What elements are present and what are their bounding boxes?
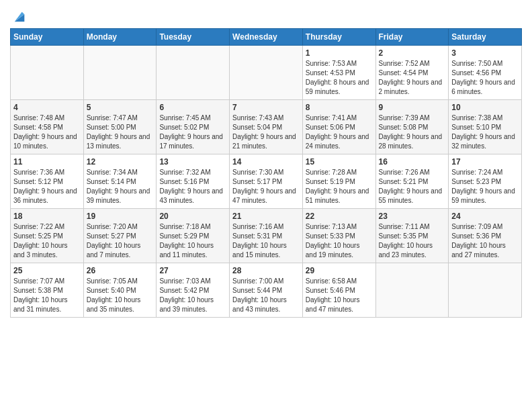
day-number: 17 [451,157,519,167]
day-info: Sunrise: 7:41 AM Sunset: 5:06 PM Dayligh… [306,113,373,151]
day-cell: 7Sunrise: 7:43 AM Sunset: 5:04 PM Daylig… [230,100,303,154]
day-cell: 29Sunrise: 6:58 AM Sunset: 5:46 PM Dayli… [302,263,375,318]
day-number: 19 [87,212,154,221]
day-cell: 2Sunrise: 7:52 AM Sunset: 4:54 PM Daylig… [375,46,449,100]
header-cell-thursday: Thursday [302,29,375,46]
day-cell: 10Sunrise: 7:38 AM Sunset: 5:10 PM Dayli… [449,100,522,154]
day-info: Sunrise: 7:43 AM Sunset: 5:04 PM Dayligh… [232,113,300,151]
week-row-1: 1Sunrise: 7:53 AM Sunset: 4:53 PM Daylig… [11,46,522,100]
day-cell: 13Sunrise: 7:32 AM Sunset: 5:16 PM Dayli… [157,154,230,209]
day-number: 10 [451,103,519,112]
day-info: Sunrise: 7:48 AM Sunset: 4:58 PM Dayligh… [13,113,81,151]
day-info: Sunrise: 7:50 AM Sunset: 4:56 PM Dayligh… [451,59,519,97]
day-cell [157,46,230,100]
header-cell-sunday: Sunday [11,29,84,46]
day-info: Sunrise: 7:34 AM Sunset: 5:14 PM Dayligh… [87,168,154,205]
day-cell: 5Sunrise: 7:47 AM Sunset: 5:00 PM Daylig… [83,100,157,154]
day-info: Sunrise: 7:13 AM Sunset: 5:33 PM Dayligh… [306,222,373,260]
day-cell: 9Sunrise: 7:39 AM Sunset: 5:08 PM Daylig… [375,100,449,154]
day-info: Sunrise: 7:45 AM Sunset: 5:02 PM Dayligh… [159,113,226,151]
day-info: Sunrise: 7:32 AM Sunset: 5:16 PM Dayligh… [159,168,226,205]
day-number: 8 [306,103,373,112]
day-number: 25 [13,266,81,275]
day-cell: 6Sunrise: 7:45 AM Sunset: 5:02 PM Daylig… [157,100,230,154]
day-info: Sunrise: 7:05 AM Sunset: 5:40 PM Dayligh… [87,277,154,314]
day-cell [449,263,522,318]
day-cell: 22Sunrise: 7:13 AM Sunset: 5:33 PM Dayli… [302,209,375,263]
day-number: 24 [451,212,519,221]
day-number: 9 [379,103,446,112]
day-number: 2 [379,48,446,58]
header [10,7,522,24]
logo [10,9,27,24]
day-cell: 28Sunrise: 7:00 AM Sunset: 5:44 PM Dayli… [230,263,303,318]
day-cell [83,46,157,100]
day-info: Sunrise: 7:00 AM Sunset: 5:44 PM Dayligh… [232,277,300,314]
day-number: 23 [379,212,446,221]
day-info: Sunrise: 7:38 AM Sunset: 5:10 PM Dayligh… [451,113,519,151]
page: SundayMondayTuesdayWednesdayThursdayFrid… [0,0,532,324]
day-cell: 26Sunrise: 7:05 AM Sunset: 5:40 PM Dayli… [83,263,157,318]
day-cell: 21Sunrise: 7:16 AM Sunset: 5:31 PM Dayli… [230,209,303,263]
header-row: SundayMondayTuesdayWednesdayThursdayFrid… [11,29,522,46]
day-info: Sunrise: 7:11 AM Sunset: 5:35 PM Dayligh… [379,222,446,260]
day-cell: 14Sunrise: 7:30 AM Sunset: 5:17 PM Dayli… [230,154,303,209]
day-info: Sunrise: 7:53 AM Sunset: 4:53 PM Dayligh… [306,59,373,97]
day-cell: 24Sunrise: 7:09 AM Sunset: 5:36 PM Dayli… [449,209,522,263]
day-number: 14 [232,157,300,167]
day-info: Sunrise: 7:24 AM Sunset: 5:23 PM Dayligh… [451,168,519,205]
calendar-body: 1Sunrise: 7:53 AM Sunset: 4:53 PM Daylig… [11,46,522,318]
day-info: Sunrise: 7:18 AM Sunset: 5:29 PM Dayligh… [159,222,226,260]
header-cell-saturday: Saturday [449,29,522,46]
day-info: Sunrise: 7:16 AM Sunset: 5:31 PM Dayligh… [232,222,300,260]
day-number: 21 [232,212,300,221]
day-cell: 11Sunrise: 7:36 AM Sunset: 5:12 PM Dayli… [11,154,84,209]
day-info: Sunrise: 7:03 AM Sunset: 5:42 PM Dayligh… [159,277,226,314]
day-cell: 8Sunrise: 7:41 AM Sunset: 5:06 PM Daylig… [302,100,375,154]
day-info: Sunrise: 7:07 AM Sunset: 5:38 PM Dayligh… [13,277,81,314]
day-number: 18 [13,212,81,221]
day-cell: 12Sunrise: 7:34 AM Sunset: 5:14 PM Dayli… [83,154,157,209]
day-number: 15 [306,157,373,167]
header-cell-wednesday: Wednesday [230,29,303,46]
week-row-2: 4Sunrise: 7:48 AM Sunset: 4:58 PM Daylig… [11,100,522,154]
day-number: 1 [306,48,373,58]
day-info: Sunrise: 7:28 AM Sunset: 5:19 PM Dayligh… [306,168,373,205]
day-info: Sunrise: 7:22 AM Sunset: 5:25 PM Dayligh… [13,222,81,260]
week-row-4: 18Sunrise: 7:22 AM Sunset: 5:25 PM Dayli… [11,209,522,263]
day-number: 28 [232,266,300,275]
day-cell: 15Sunrise: 7:28 AM Sunset: 5:19 PM Dayli… [302,154,375,209]
week-row-5: 25Sunrise: 7:07 AM Sunset: 5:38 PM Dayli… [11,263,522,318]
week-row-3: 11Sunrise: 7:36 AM Sunset: 5:12 PM Dayli… [11,154,522,209]
day-info: Sunrise: 7:26 AM Sunset: 5:21 PM Dayligh… [379,168,446,205]
day-number: 12 [87,157,154,167]
day-info: Sunrise: 7:47 AM Sunset: 5:00 PM Dayligh… [87,113,154,151]
calendar-table: SundayMondayTuesdayWednesdayThursdayFrid… [10,28,522,318]
day-cell: 3Sunrise: 7:50 AM Sunset: 4:56 PM Daylig… [449,46,522,100]
header-cell-friday: Friday [375,29,449,46]
day-cell: 18Sunrise: 7:22 AM Sunset: 5:25 PM Dayli… [11,209,84,263]
day-cell: 23Sunrise: 7:11 AM Sunset: 5:35 PM Dayli… [375,209,449,263]
day-cell: 27Sunrise: 7:03 AM Sunset: 5:42 PM Dayli… [157,263,230,318]
day-info: Sunrise: 7:30 AM Sunset: 5:17 PM Dayligh… [232,168,300,205]
header-cell-tuesday: Tuesday [157,29,230,46]
day-cell [230,46,303,100]
day-cell: 17Sunrise: 7:24 AM Sunset: 5:23 PM Dayli… [449,154,522,209]
day-number: 7 [232,103,300,112]
day-number: 5 [87,103,154,112]
day-number: 26 [87,266,154,275]
day-cell: 4Sunrise: 7:48 AM Sunset: 4:58 PM Daylig… [11,100,84,154]
day-cell [375,263,449,318]
day-number: 16 [379,157,446,167]
day-number: 13 [159,157,226,167]
day-number: 6 [159,103,226,112]
day-number: 29 [306,266,373,275]
day-info: Sunrise: 7:09 AM Sunset: 5:36 PM Dayligh… [451,222,519,260]
day-cell: 1Sunrise: 7:53 AM Sunset: 4:53 PM Daylig… [302,46,375,100]
header-cell-monday: Monday [83,29,157,46]
day-cell: 19Sunrise: 7:20 AM Sunset: 5:27 PM Dayli… [83,209,157,263]
day-cell: 20Sunrise: 7:18 AM Sunset: 5:29 PM Dayli… [157,209,230,263]
logo-icon [12,9,27,24]
day-info: Sunrise: 7:52 AM Sunset: 4:54 PM Dayligh… [379,59,446,97]
day-number: 27 [159,266,226,275]
